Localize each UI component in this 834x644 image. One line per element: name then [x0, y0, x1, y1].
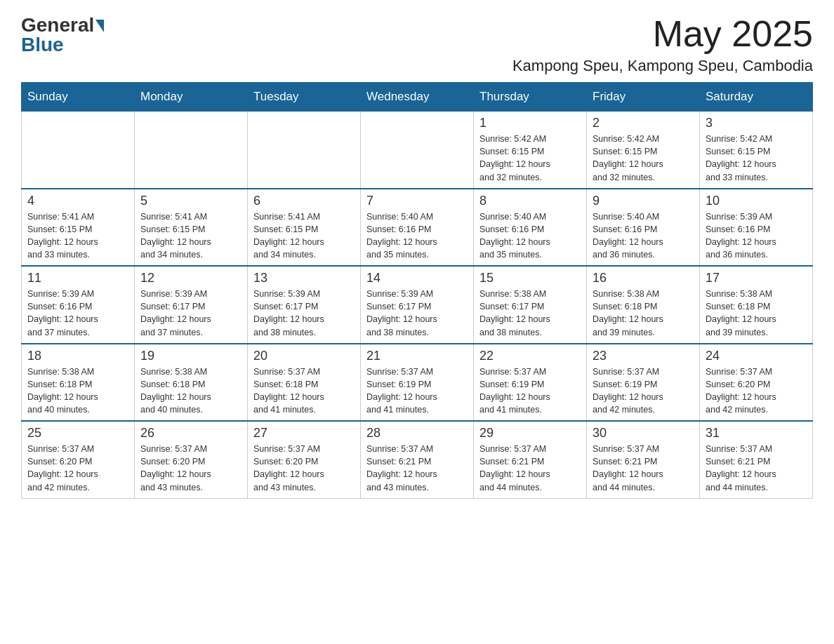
day-number: 30 — [593, 426, 694, 441]
logo: General Blue — [21, 14, 104, 56]
day-info: Sunrise: 5:42 AMSunset: 6:15 PMDaylight:… — [479, 133, 581, 184]
calendar-cell: 6Sunrise: 5:41 AMSunset: 6:15 PMDaylight… — [248, 189, 361, 267]
day-number: 28 — [366, 426, 468, 441]
day-number: 6 — [253, 194, 355, 208]
day-number: 31 — [706, 426, 807, 441]
calendar-cell: 7Sunrise: 5:40 AMSunset: 6:16 PMDaylight… — [361, 189, 474, 267]
calendar-week-row-2: 4Sunrise: 5:41 AMSunset: 6:15 PMDaylight… — [22, 189, 813, 267]
calendar-cell — [248, 112, 361, 189]
calendar-cell: 12Sunrise: 5:39 AMSunset: 6:17 PMDayligh… — [135, 266, 248, 344]
calendar-cell: 3Sunrise: 5:42 AMSunset: 6:15 PMDaylight… — [700, 112, 813, 189]
day-number: 27 — [253, 426, 355, 441]
day-info: Sunrise: 5:37 AMSunset: 6:20 PMDaylight:… — [27, 443, 128, 494]
calendar-week-row-1: 1Sunrise: 5:42 AMSunset: 6:15 PMDaylight… — [22, 112, 813, 189]
calendar-cell: 13Sunrise: 5:39 AMSunset: 6:17 PMDayligh… — [248, 266, 361, 344]
day-info: Sunrise: 5:37 AMSunset: 6:21 PMDaylight:… — [706, 443, 807, 494]
day-number: 22 — [479, 349, 581, 363]
day-info: Sunrise: 5:37 AMSunset: 6:18 PMDaylight:… — [253, 365, 355, 417]
day-info: Sunrise: 5:38 AMSunset: 6:18 PMDaylight:… — [27, 365, 128, 417]
calendar-cell: 1Sunrise: 5:42 AMSunset: 6:15 PMDaylight… — [474, 112, 587, 189]
calendar-week-row-5: 25Sunrise: 5:37 AMSunset: 6:20 PMDayligh… — [22, 421, 813, 498]
day-number: 8 — [479, 194, 581, 208]
calendar-cell: 2Sunrise: 5:42 AMSunset: 6:15 PMDaylight… — [587, 112, 700, 189]
logo-blue-text: Blue — [21, 34, 64, 56]
calendar-cell: 19Sunrise: 5:38 AMSunset: 6:18 PMDayligh… — [135, 344, 248, 422]
day-number: 14 — [366, 271, 468, 286]
day-number: 1 — [479, 116, 581, 130]
day-number: 9 — [593, 194, 694, 208]
day-number: 4 — [27, 194, 128, 208]
day-info: Sunrise: 5:37 AMSunset: 6:19 PMDaylight:… — [479, 365, 581, 417]
day-number: 26 — [140, 426, 241, 441]
day-number: 23 — [593, 349, 694, 363]
day-info: Sunrise: 5:37 AMSunset: 6:20 PMDaylight:… — [706, 365, 807, 417]
calendar-cell: 30Sunrise: 5:37 AMSunset: 6:21 PMDayligh… — [587, 421, 700, 498]
day-number: 16 — [593, 271, 694, 286]
day-info: Sunrise: 5:38 AMSunset: 6:18 PMDaylight:… — [706, 288, 807, 339]
calendar-cell: 9Sunrise: 5:40 AMSunset: 6:16 PMDaylight… — [587, 189, 700, 267]
day-info: Sunrise: 5:40 AMSunset: 6:16 PMDaylight:… — [479, 210, 581, 262]
day-info: Sunrise: 5:40 AMSunset: 6:16 PMDaylight:… — [366, 210, 468, 262]
calendar-cell: 24Sunrise: 5:37 AMSunset: 6:20 PMDayligh… — [700, 344, 813, 422]
day-number: 18 — [27, 349, 128, 363]
day-info: Sunrise: 5:38 AMSunset: 6:18 PMDaylight:… — [593, 288, 694, 339]
weekday-header-row: SundayMondayTuesdayWednesdayThursdayFrid… — [22, 83, 813, 112]
day-number: 12 — [140, 271, 241, 286]
day-number: 29 — [479, 426, 581, 441]
calendar-cell — [22, 112, 135, 189]
location-title: Kampong Speu, Kampong Speu, Cambodia — [512, 57, 813, 75]
calendar-cell: 15Sunrise: 5:38 AMSunset: 6:17 PMDayligh… — [474, 266, 587, 344]
day-info: Sunrise: 5:37 AMSunset: 6:21 PMDaylight:… — [479, 443, 581, 494]
weekday-header-sunday: Sunday — [22, 83, 135, 112]
day-info: Sunrise: 5:41 AMSunset: 6:15 PMDaylight:… — [27, 210, 128, 262]
day-number: 17 — [706, 271, 807, 286]
calendar-cell: 14Sunrise: 5:39 AMSunset: 6:17 PMDayligh… — [361, 266, 474, 344]
logo-arrow-icon — [95, 20, 104, 32]
day-number: 2 — [593, 116, 694, 130]
title-section: May 2025 Kampong Speu, Kampong Speu, Cam… — [512, 14, 813, 75]
calendar-cell: 4Sunrise: 5:41 AMSunset: 6:15 PMDaylight… — [22, 189, 135, 267]
day-info: Sunrise: 5:37 AMSunset: 6:20 PMDaylight:… — [253, 443, 355, 494]
calendar-cell: 31Sunrise: 5:37 AMSunset: 6:21 PMDayligh… — [700, 421, 813, 498]
calendar-table: SundayMondayTuesdayWednesdayThursdayFrid… — [21, 82, 813, 499]
calendar-cell: 26Sunrise: 5:37 AMSunset: 6:20 PMDayligh… — [135, 421, 248, 498]
calendar-cell: 20Sunrise: 5:37 AMSunset: 6:18 PMDayligh… — [248, 344, 361, 422]
calendar-cell: 16Sunrise: 5:38 AMSunset: 6:18 PMDayligh… — [587, 266, 700, 344]
calendar-week-row-4: 18Sunrise: 5:38 AMSunset: 6:18 PMDayligh… — [22, 344, 813, 422]
day-number: 3 — [706, 116, 807, 130]
day-number: 24 — [706, 349, 807, 363]
day-number: 5 — [140, 194, 241, 208]
day-info: Sunrise: 5:39 AMSunset: 6:16 PMDaylight:… — [27, 288, 128, 339]
day-info: Sunrise: 5:39 AMSunset: 6:16 PMDaylight:… — [706, 210, 807, 262]
weekday-header-wednesday: Wednesday — [361, 83, 474, 112]
day-info: Sunrise: 5:38 AMSunset: 6:17 PMDaylight:… — [479, 288, 581, 339]
calendar-cell: 29Sunrise: 5:37 AMSunset: 6:21 PMDayligh… — [474, 421, 587, 498]
day-info: Sunrise: 5:39 AMSunset: 6:17 PMDaylight:… — [366, 288, 468, 339]
calendar-cell: 18Sunrise: 5:38 AMSunset: 6:18 PMDayligh… — [22, 344, 135, 422]
calendar-cell: 22Sunrise: 5:37 AMSunset: 6:19 PMDayligh… — [474, 344, 587, 422]
day-info: Sunrise: 5:37 AMSunset: 6:19 PMDaylight:… — [593, 365, 694, 417]
calendar-cell: 28Sunrise: 5:37 AMSunset: 6:21 PMDayligh… — [361, 421, 474, 498]
calendar-cell: 21Sunrise: 5:37 AMSunset: 6:19 PMDayligh… — [361, 344, 474, 422]
calendar-cell: 25Sunrise: 5:37 AMSunset: 6:20 PMDayligh… — [22, 421, 135, 498]
calendar-cell: 5Sunrise: 5:41 AMSunset: 6:15 PMDaylight… — [135, 189, 248, 267]
weekday-header-friday: Friday — [587, 83, 700, 112]
day-number: 25 — [27, 426, 128, 441]
weekday-header-saturday: Saturday — [700, 83, 813, 112]
day-info: Sunrise: 5:38 AMSunset: 6:18 PMDaylight:… — [140, 365, 241, 417]
day-number: 21 — [366, 349, 468, 363]
page-header: General Blue May 2025 Kampong Speu, Kamp… — [21, 14, 813, 75]
calendar-cell — [135, 112, 248, 189]
calendar-cell: 23Sunrise: 5:37 AMSunset: 6:19 PMDayligh… — [587, 344, 700, 422]
day-number: 11 — [27, 271, 128, 286]
calendar-cell: 10Sunrise: 5:39 AMSunset: 6:16 PMDayligh… — [700, 189, 813, 267]
day-number: 13 — [253, 271, 355, 286]
day-number: 10 — [706, 194, 807, 208]
calendar-cell: 8Sunrise: 5:40 AMSunset: 6:16 PMDaylight… — [474, 189, 587, 267]
day-info: Sunrise: 5:37 AMSunset: 6:21 PMDaylight:… — [593, 443, 694, 494]
day-number: 7 — [366, 194, 468, 208]
weekday-header-tuesday: Tuesday — [248, 83, 361, 112]
day-number: 15 — [479, 271, 581, 286]
day-info: Sunrise: 5:42 AMSunset: 6:15 PMDaylight:… — [706, 133, 807, 184]
weekday-header-thursday: Thursday — [474, 83, 587, 112]
